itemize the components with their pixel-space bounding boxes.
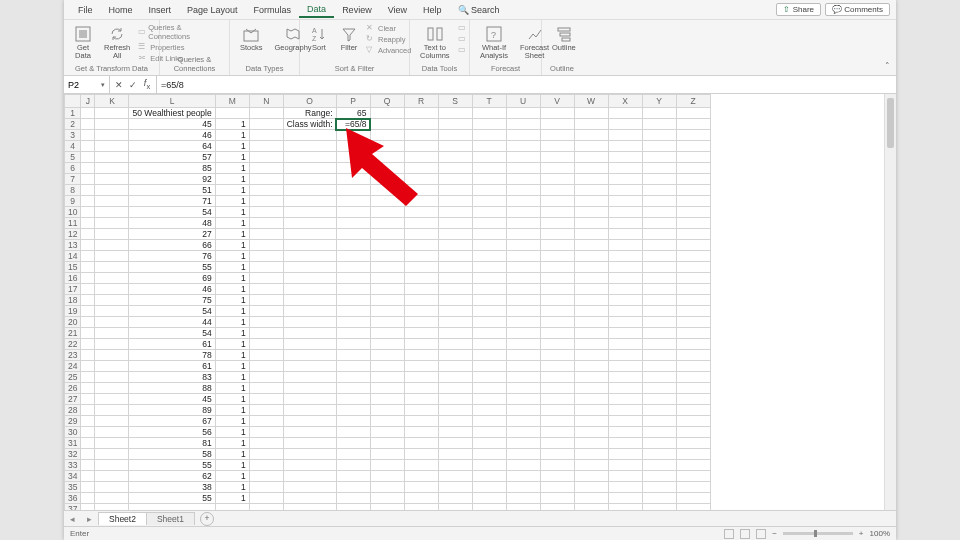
cell-L31[interactable]: 81 [129, 438, 215, 449]
cell-Q15[interactable] [370, 262, 404, 273]
row-header[interactable]: 6 [65, 163, 81, 174]
cell-T29[interactable] [472, 416, 506, 427]
cell-T4[interactable] [472, 141, 506, 152]
cell-P15[interactable] [336, 262, 370, 273]
page-layout-view-icon[interactable] [740, 529, 750, 539]
cell-U30[interactable] [506, 427, 540, 438]
cell-M27[interactable]: 1 [215, 394, 249, 405]
cell-Z34[interactable] [676, 471, 710, 482]
cell-U12[interactable] [506, 229, 540, 240]
cell-Y33[interactable] [642, 460, 676, 471]
cell-S4[interactable] [438, 141, 472, 152]
column-header-Y[interactable]: Y [642, 95, 676, 108]
cell-R26[interactable] [404, 383, 438, 394]
column-header-R[interactable]: R [404, 95, 438, 108]
cell-V11[interactable] [540, 218, 574, 229]
cell-R29[interactable] [404, 416, 438, 427]
row-header[interactable]: 5 [65, 152, 81, 163]
cell-S5[interactable] [438, 152, 472, 163]
cell-J22[interactable] [81, 339, 95, 350]
collapse-ribbon-icon[interactable]: ˄ [885, 61, 890, 71]
cell-V31[interactable] [540, 438, 574, 449]
cell-R17[interactable] [404, 284, 438, 295]
cell-N2[interactable] [249, 119, 283, 130]
tab-home[interactable]: Home [101, 3, 141, 17]
cell-R20[interactable] [404, 317, 438, 328]
cell-V30[interactable] [540, 427, 574, 438]
cell-U2[interactable] [506, 119, 540, 130]
cell-J34[interactable] [81, 471, 95, 482]
cell-R31[interactable] [404, 438, 438, 449]
tab-page-layout[interactable]: Page Layout [179, 3, 246, 17]
cell-T12[interactable] [472, 229, 506, 240]
remove-dup-mini[interactable]: ▭ [458, 34, 468, 44]
cell-R7[interactable] [404, 174, 438, 185]
cancel-formula-icon[interactable]: ✕ [114, 80, 124, 90]
cell-O12[interactable] [283, 229, 336, 240]
cell-P23[interactable] [336, 350, 370, 361]
cell-R14[interactable] [404, 251, 438, 262]
tab-data[interactable]: Data [299, 2, 334, 18]
cell-S31[interactable] [438, 438, 472, 449]
cell-L27[interactable]: 45 [129, 394, 215, 405]
cell-J4[interactable] [81, 141, 95, 152]
cell-O36[interactable] [283, 493, 336, 504]
cell-L32[interactable]: 58 [129, 449, 215, 460]
cell-P28[interactable] [336, 405, 370, 416]
cell-N11[interactable] [249, 218, 283, 229]
cell-M35[interactable]: 1 [215, 482, 249, 493]
cell-Y14[interactable] [642, 251, 676, 262]
cell-R34[interactable] [404, 471, 438, 482]
cell-N6[interactable] [249, 163, 283, 174]
cell-V9[interactable] [540, 196, 574, 207]
cell-U19[interactable] [506, 306, 540, 317]
cell-N22[interactable] [249, 339, 283, 350]
cell-R12[interactable] [404, 229, 438, 240]
cell-Y36[interactable] [642, 493, 676, 504]
cell-W33[interactable] [574, 460, 608, 471]
row-header[interactable]: 13 [65, 240, 81, 251]
cell-Q34[interactable] [370, 471, 404, 482]
cell-U14[interactable] [506, 251, 540, 262]
row-header[interactable]: 36 [65, 493, 81, 504]
cell-T1[interactable] [472, 108, 506, 119]
cell-W14[interactable] [574, 251, 608, 262]
cell-X23[interactable] [608, 350, 642, 361]
row-header[interactable]: 1 [65, 108, 81, 119]
cell-P21[interactable] [336, 328, 370, 339]
cell-K11[interactable] [95, 218, 129, 229]
cell-N30[interactable] [249, 427, 283, 438]
cell-K29[interactable] [95, 416, 129, 427]
cell-Y25[interactable] [642, 372, 676, 383]
cell-O35[interactable] [283, 482, 336, 493]
cell-Q12[interactable] [370, 229, 404, 240]
cell-Y2[interactable] [642, 119, 676, 130]
cell-X36[interactable] [608, 493, 642, 504]
column-header-X[interactable]: X [608, 95, 642, 108]
column-header-J[interactable]: J [81, 95, 95, 108]
row-header[interactable]: 11 [65, 218, 81, 229]
cell-W2[interactable] [574, 119, 608, 130]
cell-R37[interactable] [404, 504, 438, 511]
cell-X2[interactable] [608, 119, 642, 130]
cell-T37[interactable] [472, 504, 506, 511]
get-data-button[interactable]: Get Data [70, 23, 96, 61]
cell-Q27[interactable] [370, 394, 404, 405]
enter-formula-icon[interactable]: ✓ [128, 80, 138, 90]
cell-Q30[interactable] [370, 427, 404, 438]
cell-T7[interactable] [472, 174, 506, 185]
cell-S1[interactable] [438, 108, 472, 119]
zoom-in-icon[interactable]: + [859, 529, 864, 538]
cell-U36[interactable] [506, 493, 540, 504]
cell-W37[interactable] [574, 504, 608, 511]
cell-Y29[interactable] [642, 416, 676, 427]
cell-J37[interactable] [81, 504, 95, 511]
cell-K26[interactable] [95, 383, 129, 394]
sheet-tab-active[interactable]: Sheet2 [98, 512, 147, 525]
row-header[interactable]: 21 [65, 328, 81, 339]
cell-T30[interactable] [472, 427, 506, 438]
cell-X5[interactable] [608, 152, 642, 163]
cell-P7[interactable] [336, 174, 370, 185]
cell-L35[interactable]: 38 [129, 482, 215, 493]
cell-J8[interactable] [81, 185, 95, 196]
